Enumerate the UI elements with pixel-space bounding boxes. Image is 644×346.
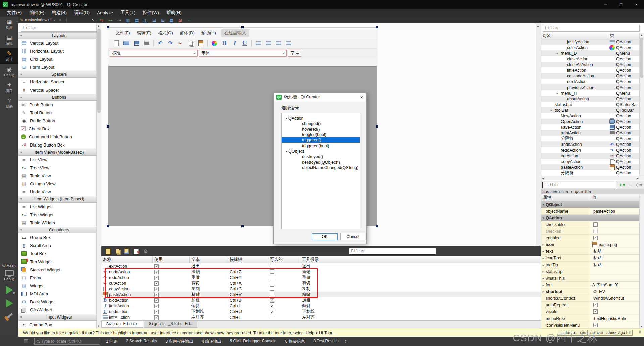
object-tree-hscrollbar[interactable]: ◀ ▶ [541, 176, 644, 180]
Group Box[interactable]: ▾ ▭ Group Box [18, 233, 96, 241]
Widget[interactable]: ▾ ▨ Widget [18, 282, 96, 290]
new-action-icon[interactable] [105, 248, 111, 255]
Horizontal Spacer[interactable]: ▾ ⇔ Horizontal Spacer [18, 78, 96, 86]
shortcut[interactable]: ▸ shortcut Ctrl+V [541, 288, 644, 295]
menu-item[interactable]: 编辑(E) [25, 9, 48, 17]
expand-icon[interactable]: ▸ [541, 256, 546, 260]
menu-item[interactable]: 控件(W) [139, 9, 163, 17]
autoRepeat[interactable]: autoRepeat ✓ [541, 302, 644, 308]
menu-item[interactable]: 调试(D) [70, 9, 93, 17]
Tool Box[interactable]: ▾ Tool Box [18, 249, 96, 257]
column-header[interactable]: 工具提示 [300, 256, 541, 263]
Grid Layout[interactable]: ▾ ▦ Grid Layout [18, 55, 96, 63]
menu-item[interactable]: 工具(T) [117, 9, 139, 17]
QObject[interactable]: ▾ QObject [541, 201, 644, 208]
scroll-left-icon[interactable]: ◀ [542, 177, 544, 180]
save-file-icon[interactable] [133, 40, 140, 47]
property-scrollbar[interactable]: ▼ [639, 194, 644, 329]
Debug[interactable]: ◉ Debug [0, 64, 18, 80]
used-checkbox[interactable]: ✓ [154, 264, 159, 269]
expand-icon[interactable]: ▸ [541, 283, 546, 287]
property-value[interactable]: WindowShortcut [593, 296, 624, 301]
font[interactable]: ▸ font A [SimSun, 9] [541, 282, 644, 288]
new-file-icon[interactable] [113, 40, 120, 47]
selection-handle[interactable] [241, 225, 244, 227]
Frame[interactable]: ▾ ▢ Frame [18, 274, 96, 282]
saveAction[interactable]: saveAction QAction [541, 124, 639, 130]
property-value[interactable] [593, 222, 598, 227]
tree-expand-icon[interactable]: ▾ [556, 52, 560, 55]
tree-expand-icon[interactable]: ▾ [284, 117, 288, 120]
Horizontal Layout[interactable]: ▾ Horizontal Layout [18, 47, 96, 55]
editor-scrollbar[interactable]: ▲ ▼ [536, 23, 541, 256]
text[interactable]: ▸ text 粘贴 [541, 248, 644, 255]
debug-run-button[interactable] [6, 299, 13, 308]
OpenAction[interactable]: OpenAction QAction [541, 119, 639, 124]
Tree Widget[interactable]: ▾ ≡ Tree Widget [18, 211, 96, 219]
form-menu-item[interactable]: 编辑(E) [133, 30, 155, 36]
separator[interactable] [251, 40, 252, 47]
scroll-up-icon[interactable]: ▲ [97, 24, 100, 27]
scrollbar-thumb[interactable] [97, 29, 101, 113]
maximize-button[interactable]: □ [613, 0, 629, 9]
expand-icon[interactable]: ▸ [541, 270, 546, 273]
form-combo-box[interactable]: 字号 [288, 50, 301, 57]
undo-icon[interactable]: ↶ [157, 40, 164, 47]
colorAction[interactable]: colorAction QAction [541, 45, 639, 50]
property-value[interactable]: ✓ [593, 309, 598, 314]
property-value[interactable]: 粘贴 [593, 262, 602, 268]
cascadeAction[interactable]: cascadeAction QAction [541, 73, 639, 79]
Form Layout[interactable]: ▾ ⊞ Form Layout [18, 63, 96, 71]
Spacers[interactable]: ▾ Spacers [18, 71, 96, 78]
copy-icon[interactable] [187, 40, 194, 47]
menu-item[interactable]: Analyze [93, 9, 117, 17]
QAction[interactable]: ▾ QAction [541, 215, 644, 221]
分隔符[interactable]: 分隔符 QAction [541, 170, 639, 176]
edit-widgets-icon[interactable]: ↖ [90, 17, 96, 23]
used-checkbox[interactable]: ✓ [154, 270, 159, 274]
pane-updown-icon[interactable]: ▲▼ [345, 339, 347, 343]
property-value[interactable]: 粘贴 [593, 248, 602, 254]
设计[interactable]: ✎ 设计 [0, 48, 18, 64]
menu-item[interactable]: 构建(B) [48, 9, 70, 17]
checkable-checkbox[interactable]: ✓ [270, 310, 274, 314]
Vertical Layout[interactable]: ▾ Vertical Layout [18, 39, 96, 47]
column-header-value[interactable]: 值 [590, 194, 644, 201]
项目[interactable]: ✦ 项目 [0, 80, 18, 96]
form-menu-item[interactable]: 文件(F) [112, 30, 133, 36]
Stacked Widget[interactable]: ▾ Stacked Widget [18, 266, 96, 274]
form-menu-item[interactable]: 格式(O) [155, 30, 176, 36]
QAction[interactable]: ▾ QAction [282, 116, 360, 121]
checkable-checkbox[interactable] [270, 292, 274, 296]
scrollbar-thumb[interactable] [640, 38, 643, 78]
action-filter-input[interactable]: Filter [349, 248, 436, 255]
scroll-down-icon[interactable]: ▼ [97, 325, 100, 328]
edit-buddies-icon[interactable]: ⊶ [108, 17, 113, 23]
used-checkbox[interactable]: ✓ [154, 304, 159, 308]
MDI Area[interactable]: ▾ MDI Area [18, 290, 96, 298]
dialog-close-icon[interactable]: × [360, 95, 363, 100]
form-combo-box[interactable]: 标准 [110, 50, 198, 57]
open-file-icon[interactable] [123, 40, 130, 47]
toggled(bool)[interactable]: toggled(bool) [282, 132, 360, 137]
selection-handle[interactable] [241, 26, 244, 28]
tittleAction[interactable]: tittleAction QAction [541, 67, 639, 73]
Item Widgets (Item-Based)[interactable]: ▾ Item Widgets (Item-Based) [18, 196, 96, 203]
scroll-right-icon[interactable]: ▶ [637, 177, 639, 180]
used-checkbox[interactable]: ✓ [154, 298, 159, 303]
section-collapse-icon[interactable]: ▾ [18, 73, 22, 76]
separator[interactable] [153, 40, 154, 47]
closeAction[interactable]: closeAction QAction [541, 56, 639, 62]
selection-handle[interactable] [107, 225, 109, 227]
selection-handle[interactable] [376, 225, 378, 227]
visible[interactable]: visible ✓ [541, 308, 644, 315]
column-header[interactable]: 可选的 [268, 256, 300, 263]
widget-filter-input[interactable]: Filter [21, 25, 96, 32]
property-filter-input[interactable]: Filter [542, 182, 616, 188]
exitAction[interactable]: exitAction ✓ 退出 退出 [101, 263, 541, 269]
Table View[interactable]: ▾ ▦ Table View [18, 172, 96, 180]
Vertical Spacer[interactable]: ▾ ⇕ Vertical Spacer [18, 86, 96, 94]
statusTip[interactable]: ▸ statusTip [541, 268, 644, 275]
paste-action-icon[interactable] [123, 248, 130, 255]
splitter-vertical-icon[interactable]: ⊟ [151, 17, 157, 23]
